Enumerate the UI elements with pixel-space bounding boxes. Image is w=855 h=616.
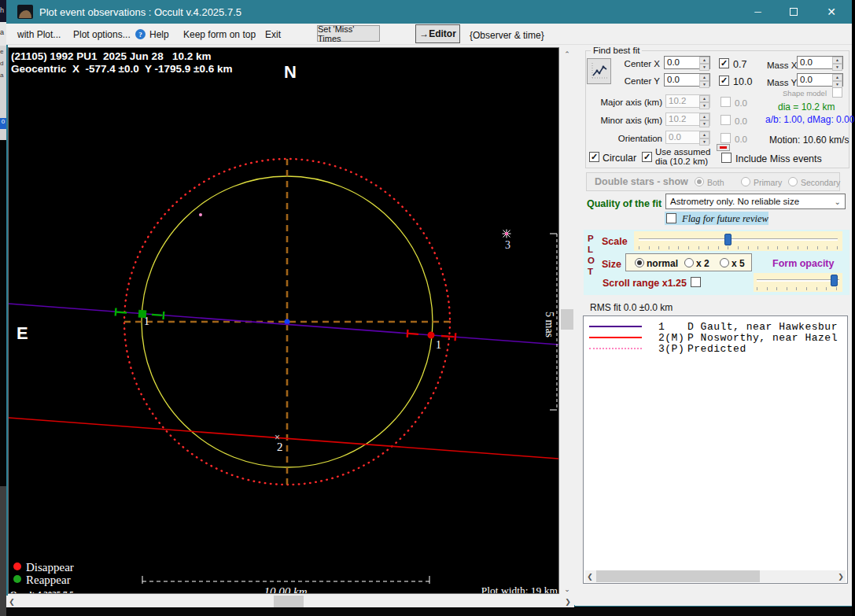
menu-keep-form-on-top[interactable]: Keep form on top: [183, 29, 256, 40]
center-y-label: Center Y: [602, 76, 660, 86]
flag-review-checkbox[interactable]: [666, 213, 676, 223]
size-normal-radio[interactable]: [635, 258, 644, 267]
listbox-scroll-thumb[interactable]: [596, 570, 760, 582]
scale-slider[interactable]: [634, 231, 842, 251]
spinner-arrows-icon: ▲▼: [699, 113, 709, 125]
background-window-fragment: h: [0, 0, 6, 22]
size-normal-label: normal: [647, 258, 678, 269]
chord-1-label-right: 1: [436, 339, 441, 351]
plot-vertical-scrollbar[interactable]: ⌃ ⌄: [560, 47, 574, 596]
scale-slider-track[interactable]: [639, 238, 838, 241]
plot-width-label: Plot width: 19 km: [481, 585, 558, 593]
plot-canvas[interactable]: 1 1 × 2 3 (21: [8, 47, 559, 594]
background-window-fragment: a: [0, 22, 6, 46]
double-stars-primary-radio: [741, 177, 750, 186]
size-x2-radio[interactable]: [684, 258, 694, 267]
double-stars-group: Double stars - show Both Primary Seconda…: [586, 172, 840, 191]
app-icon: [17, 5, 33, 19]
line-color-button[interactable]: [717, 144, 730, 151]
spinner-arrows-icon: ▲▼: [699, 95, 709, 107]
spinner-arrows-icon[interactable]: ▲▼: [832, 57, 842, 68]
title-bar[interactable]: Plot event observations : Occult v.4.202…: [6, 0, 852, 24]
chord-3-label: 3: [505, 239, 510, 251]
scroll-left-icon[interactable]: ❮: [6, 596, 17, 607]
size-x2-label: x 2: [696, 258, 709, 269]
shape-model-label: Shape model: [772, 89, 827, 98]
find-best-fit-group: Find best fit Center X 0.0 ▲▼ ✓ 0.7 Mass…: [585, 50, 849, 168]
opacity-slider-track[interactable]: [757, 279, 839, 282]
use-assumed-dia-checkbox[interactable]: ✓: [642, 152, 652, 162]
mass-x-spinner[interactable]: 0.0 ▲▼: [797, 56, 843, 69]
spinner-arrows-icon[interactable]: ▲▼: [699, 74, 709, 86]
screen: h a eda 0 Plot event observations : Occu…: [0, 0, 855, 616]
minor-axis-checkbox: [720, 115, 731, 125]
predicted-star-marker[interactable]: [503, 230, 511, 238]
minimize-button[interactable]: ─: [740, 0, 776, 24]
set-miss-times-button[interactable]: Set 'Miss' Times: [317, 25, 380, 42]
close-button[interactable]: ✕: [811, 0, 852, 24]
spinner-arrows-icon[interactable]: ▲▼: [699, 57, 709, 68]
control-panel: Find best fit Center X 0.0 ▲▼ ✓ 0.7 Mass…: [575, 45, 852, 606]
editor-button[interactable]: →Editor: [415, 24, 460, 43]
stray-point: [199, 213, 202, 216]
menu-plot-options[interactable]: Plot options...: [73, 29, 131, 40]
vertical-scroll-thumb[interactable]: [561, 309, 573, 330]
orientation-check-label: 0.0: [735, 135, 747, 144]
scroll-range-checkbox[interactable]: [691, 277, 701, 287]
scale-slider-thumb[interactable]: [724, 234, 732, 245]
scroll-down-icon[interactable]: ⌄: [560, 582, 574, 596]
background-taskbar-fragment: [0, 486, 6, 616]
menu-with-plot[interactable]: with Plot...: [17, 29, 61, 40]
menu-help[interactable]: Help: [149, 29, 169, 40]
plot-settings-panel: P L O T Scale Size normal x 2 x 5 Form o…: [584, 230, 849, 295]
center-y-spinner[interactable]: 0.0 ▲▼: [664, 73, 710, 87]
reappear-marker[interactable]: [116, 308, 164, 319]
chord-2-line: [9, 418, 558, 459]
scroll-left-icon[interactable]: ❮: [585, 570, 595, 582]
observation-row[interactable]: 1 D Gault, near Hawkesbur: [584, 321, 847, 332]
center-x-spinner[interactable]: 0.0 ▲▼: [664, 56, 710, 69]
maximize-icon: [790, 8, 798, 16]
double-stars-title: Double stars - show: [595, 176, 688, 187]
legend-reappear-label: Reappear: [26, 574, 71, 586]
scroll-right-icon[interactable]: ❯: [562, 596, 574, 607]
listbox-horizontal-scrollbar[interactable]: ❮ ❯: [585, 570, 846, 582]
menu-observer-time[interactable]: {Observer & time}: [470, 30, 544, 41]
size-x5-label: x 5: [732, 258, 745, 269]
motion-readout: Motion: 10.60 km/s: [769, 135, 849, 146]
spinner-arrows-icon[interactable]: ▲▼: [832, 74, 842, 86]
scroll-up-icon[interactable]: ⌃: [560, 47, 574, 61]
flag-review-label: Flag for future review: [682, 213, 768, 225]
scroll-right-icon[interactable]: ❯: [836, 570, 846, 582]
observation-row[interactable]: 2(M) P Nosworthy, near Hazel: [584, 332, 847, 343]
window-title: Plot event observations : Occult v.4.202…: [39, 6, 241, 18]
maximize-button[interactable]: [776, 0, 811, 24]
chevron-down-icon: ⌄: [835, 197, 841, 206]
double-stars-secondary-label: Secondary: [801, 178, 840, 187]
plot-letter-p: P: [588, 234, 594, 243]
plot-letter-t: T: [588, 267, 593, 276]
quality-value: Astrometry only. No reliable size: [670, 197, 799, 206]
dia-readout: dia = 10.2 km: [778, 101, 835, 113]
size-x5-radio[interactable]: [720, 258, 729, 267]
orientation-checkbox: [720, 133, 731, 143]
include-miss-checkbox[interactable]: [721, 153, 732, 163]
menu-exit[interactable]: Exit: [265, 29, 281, 40]
shape-model-checkbox[interactable]: [832, 87, 842, 98]
observation-row[interactable]: 3(P) Predicted: [584, 343, 847, 354]
background-cell-fragment: 0: [0, 118, 6, 129]
horizontal-scroll-thumb[interactable]: [274, 596, 304, 607]
plot-header-line2: Geocentric X -577.4 ±0.0 Y -1795.9 ±0.6 …: [11, 63, 232, 75]
weight-10.0-checkbox[interactable]: ✓: [719, 76, 729, 86]
form-opacity-slider[interactable]: [754, 273, 842, 292]
scroll-range-label: Scroll range x1.25: [603, 278, 687, 289]
observations-listbox[interactable]: 1 D Gault, near Hawkesbur 2(M) P Noswort…: [583, 315, 848, 584]
circular-checkbox[interactable]: ✓: [589, 152, 599, 162]
orientation-spinner: 0.0 ▲▼: [665, 131, 710, 144]
weight-0.7-checkbox[interactable]: ✓: [719, 58, 729, 68]
plot-header-line1: (21105) 1992 PU1 2025 Jun 28 10.2 km: [11, 50, 211, 62]
opacity-slider-thumb[interactable]: [831, 275, 838, 286]
quality-dropdown[interactable]: Astrometry only. No reliable size ⌄: [665, 194, 846, 209]
mass-y-spinner[interactable]: 0.0 ▲▼: [797, 73, 843, 87]
plot-horizontal-scrollbar[interactable]: ❮ ❯: [6, 596, 574, 607]
